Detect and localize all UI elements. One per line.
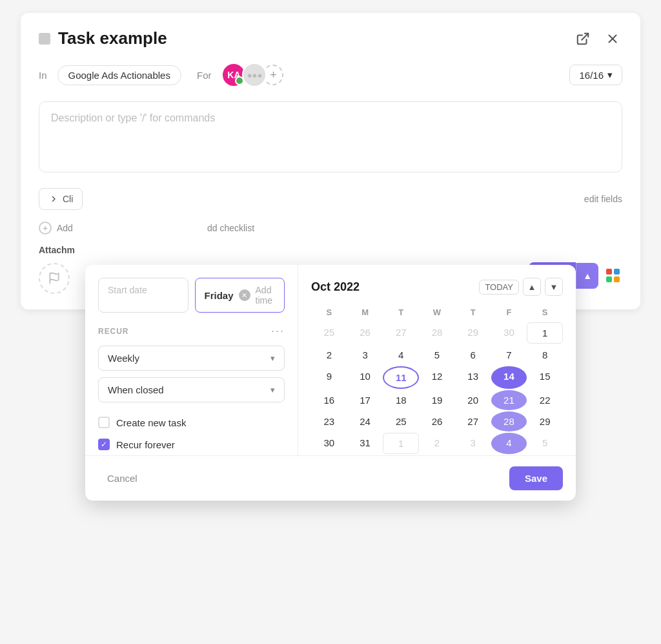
cal-day[interactable]: 2 — [311, 345, 347, 365]
attachment-icon — [39, 263, 70, 294]
cal-day[interactable]: 27 — [455, 411, 491, 431]
today-button[interactable]: TODAY — [479, 280, 519, 295]
add-time-label: Add time — [256, 285, 275, 306]
weekly-dropdown-arrow-icon: ▾ — [270, 353, 275, 363]
cal-day[interactable]: 27 — [383, 322, 419, 344]
project-name: Google Ads Actionables — [68, 70, 170, 81]
calendar-week-5: 23 24 25 26 27 28 29 — [311, 411, 563, 431]
cal-day-highlighted[interactable]: 21 — [491, 390, 527, 410]
recur-forever-row: Recur forever — [98, 433, 285, 455]
popup-top: Start date Friday ✕ Add time RECUR ··· — [85, 265, 576, 455]
cal-day[interactable]: 3 — [455, 433, 491, 454]
end-day-label: Friday — [205, 290, 234, 301]
cal-day[interactable]: 1 — [383, 433, 419, 454]
weekly-dropdown[interactable]: Weekly ▾ — [98, 346, 285, 371]
in-label: In — [39, 70, 47, 81]
calendar-week-6: 30 31 1 2 3 4 5 — [311, 433, 563, 454]
cal-day[interactable]: 12 — [419, 366, 455, 389]
cal-day[interactable]: 18 — [383, 390, 419, 410]
page-title: Task example — [58, 28, 167, 48]
project-badge[interactable]: Google Ads Actionables — [57, 65, 181, 85]
cal-day[interactable]: 26 — [419, 411, 455, 431]
for-label: For — [197, 70, 212, 81]
calendar-grid: S M T W T F S 25 26 27 28 29 — [311, 305, 563, 454]
day-header-t2: T — [455, 305, 491, 320]
recur-section: RECUR ··· Weekly ▾ When closed ▾ — [98, 324, 285, 402]
cal-day[interactable]: 10 — [347, 366, 383, 389]
calendar-panel: Oct 2022 TODAY ▲ ▼ S M T W T — [298, 265, 576, 455]
cal-day[interactable]: 19 — [419, 390, 455, 410]
cal-day[interactable]: 5 — [527, 433, 563, 454]
close-button[interactable] — [603, 29, 622, 48]
cal-day[interactable]: 3 — [347, 345, 383, 365]
add-subtask-label[interactable]: Add — [57, 223, 73, 233]
cal-day[interactable]: 29 — [527, 411, 563, 431]
cal-day[interactable]: 4 — [383, 345, 419, 365]
cal-day[interactable]: 31 — [347, 433, 383, 454]
app-dot-green — [606, 276, 612, 282]
cal-day-highlighted[interactable]: 28 — [491, 411, 527, 431]
day-header-f: F — [491, 305, 527, 320]
clear-date-button[interactable]: ✕ — [239, 289, 250, 301]
recur-label: RECUR — [98, 327, 128, 336]
start-date-input[interactable]: Start date — [98, 278, 188, 313]
avatar-ghost: ●●● — [242, 63, 267, 87]
cal-day[interactable]: 15 — [527, 366, 563, 389]
cal-day[interactable]: 5 — [419, 345, 455, 365]
add-row: + Add dd checklist — [39, 222, 622, 234]
cal-day[interactable]: 7 — [491, 345, 527, 365]
day-header-s: S — [311, 305, 347, 320]
cli-button[interactable]: Cli — [39, 188, 83, 210]
cal-day[interactable]: 26 — [347, 322, 383, 344]
apps-grid — [606, 269, 620, 282]
recur-forever-checkbox[interactable] — [98, 439, 110, 450]
add-checklist-label[interactable]: dd checklist — [207, 223, 254, 233]
cal-day[interactable]: 1 — [527, 322, 563, 344]
avatar-initials: KA — [227, 70, 240, 80]
cal-day[interactable]: 25 — [311, 322, 347, 344]
task-arrow-button[interactable]: ▲ — [576, 263, 598, 289]
cal-day[interactable]: 2 — [419, 433, 455, 454]
cal-day[interactable]: 17 — [347, 390, 383, 410]
header-row: Task example — [39, 28, 622, 48]
cancel-button[interactable]: Cancel — [98, 468, 147, 489]
priority-badge[interactable]: 16/16 ▾ — [569, 65, 622, 85]
when-closed-dropdown[interactable]: When closed ▾ — [98, 377, 285, 402]
save-button[interactable]: Save — [509, 466, 563, 490]
prev-month-button[interactable]: ▲ — [523, 278, 541, 296]
cal-day[interactable]: 29 — [455, 322, 491, 344]
external-link-button[interactable] — [573, 29, 593, 48]
end-date-input[interactable]: Friday ✕ Add time — [195, 278, 285, 313]
cal-day-highlighted[interactable]: 4 — [491, 433, 527, 454]
cal-day[interactable]: 6 — [455, 345, 491, 365]
edit-fields-link[interactable]: edit fields — [584, 194, 622, 204]
left-panel: Start date Friday ✕ Add time RECUR ··· — [85, 265, 298, 455]
cal-day[interactable]: 23 — [311, 411, 347, 431]
cal-day[interactable]: 8 — [527, 345, 563, 365]
main-panel: Task example In Google Ads Actionables — [21, 13, 640, 309]
create-task-checkbox[interactable] — [98, 417, 110, 428]
calendar-controls: TODAY ▲ ▼ — [479, 278, 563, 296]
priority-value: 16/16 — [579, 70, 604, 81]
cal-day[interactable]: 13 — [455, 366, 491, 389]
cal-day[interactable]: 22 — [527, 390, 563, 410]
cal-day[interactable]: 20 — [455, 390, 491, 410]
cal-day-selected[interactable]: 14 — [491, 366, 527, 389]
cal-day[interactable]: 30 — [311, 433, 347, 454]
cal-day[interactable]: 16 — [311, 390, 347, 410]
cal-day[interactable]: 30 — [491, 322, 527, 344]
cal-day[interactable]: 28 — [419, 322, 455, 344]
next-month-button[interactable]: ▼ — [545, 278, 563, 296]
create-task-label: Create new task — [116, 417, 186, 428]
cal-day[interactable]: 25 — [383, 411, 419, 431]
date-inputs: Start date Friday ✕ Add time — [98, 278, 285, 313]
cal-day[interactable]: 24 — [347, 411, 383, 431]
description-placeholder: Description or type '/' for commands — [51, 112, 215, 123]
description-area[interactable]: Description or type '/' for commands — [39, 101, 622, 172]
cal-day-today[interactable]: 11 — [383, 366, 419, 389]
add-icon: + — [39, 222, 52, 234]
recur-options-button[interactable]: ··· — [271, 324, 285, 338]
day-header-m: M — [347, 305, 383, 320]
cal-day[interactable]: 9 — [311, 366, 347, 389]
calendar-header: Oct 2022 TODAY ▲ ▼ — [311, 278, 563, 296]
